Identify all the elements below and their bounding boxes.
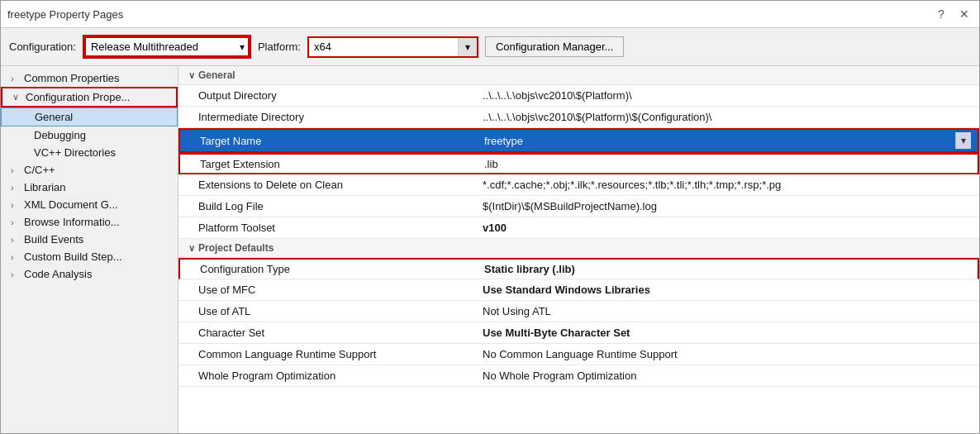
use-mfc-name: Use of MFC — [178, 281, 476, 298]
sidebar-item-label: VC++ Directories — [34, 146, 116, 159]
arrow-placeholder — [21, 131, 31, 141]
output-dir-value: ..\..\..\.\objs\vc2010\$(Platform)\ — [476, 87, 979, 104]
target-ext-row[interactable]: Target Extension .lib — [178, 153, 979, 174]
config-type-row[interactable]: Configuration Type Static library (.lib) — [178, 258, 979, 279]
arrow-icon: › — [11, 235, 21, 245]
platform-select-wrapper: ▾ — [307, 36, 478, 58]
sidebar-item-code-analysis[interactable]: › Code Analysis — [1, 265, 178, 283]
sidebar-item-label: Browse Informatio... — [24, 216, 120, 228]
use-mfc-value: Use Standard Windows Libraries — [476, 281, 979, 298]
clr-support-name: Common Language Runtime Support — [178, 346, 476, 363]
section-collapse-icon-2: ∨ — [188, 243, 195, 254]
target-name-input[interactable] — [484, 135, 955, 147]
intermediate-dir-value: ..\..\..\.\objs\vc2010\$(Platform)\$(Con… — [476, 108, 979, 126]
build-log-name: Build Log File — [178, 198, 476, 215]
window-title: freetype Property Pages — [7, 8, 123, 21]
platform-label: Platform: — [258, 41, 301, 53]
sidebar-item-label: C/C++ — [24, 164, 55, 176]
sidebar-item-debugging[interactable]: Debugging — [1, 126, 178, 144]
intermediate-dir-row[interactable]: Intermediate Directory ..\..\..\.\objs\v… — [178, 107, 979, 128]
wpo-name: Whole Program Optimization — [178, 367, 476, 384]
config-type-name: Configuration Type — [180, 260, 478, 278]
expand-icon: ∨ — [12, 92, 22, 103]
arrow-icon: › — [11, 200, 21, 210]
char-set-value: Use Multi-Byte Character Set — [476, 324, 979, 341]
sidebar-item-common-props[interactable]: › Common Properties — [1, 69, 178, 87]
ext-delete-name: Extensions to Delete on Clean — [178, 176, 476, 193]
sidebar-item-general[interactable]: General — [1, 107, 178, 126]
char-set-row[interactable]: Character Set Use Multi-Byte Character S… — [178, 322, 979, 344]
sidebar-item-label: Configuration Prope... — [26, 91, 130, 103]
config-label: Configuration: — [9, 41, 76, 53]
title-bar: freetype Property Pages ? ✕ — [1, 1, 979, 28]
platform-toolset-row[interactable]: Platform Toolset v100 — [178, 217, 979, 239]
clr-support-row[interactable]: Common Language Runtime Support No Commo… — [178, 344, 979, 365]
platform-toolset-name: Platform Toolset — [178, 219, 476, 236]
sidebar: › Common Properties ∨ Configuration Prop… — [1, 66, 178, 433]
target-name-dropdown-btn[interactable]: ▾ — [955, 132, 971, 149]
sidebar-item-label: Librarian — [24, 181, 66, 193]
arrow-icon: › — [11, 252, 21, 262]
sidebar-item-label: Code Analysis — [24, 268, 92, 280]
target-name-row[interactable]: Target Name ▾ — [178, 128, 979, 153]
help-button[interactable]: ? — [933, 6, 949, 22]
use-atl-name: Use of ATL — [178, 303, 476, 320]
content-panel: ∨ General Output Directory ..\..\..\.\ob… — [178, 66, 979, 433]
main-content: › Common Properties ∨ Configuration Prop… — [1, 66, 979, 433]
sidebar-item-label: Build Events — [24, 233, 83, 246]
build-log-row[interactable]: Build Log File $(IntDir)\$(MSBuildProjec… — [178, 196, 979, 217]
config-type-value: Static library (.lib) — [478, 260, 978, 278]
sidebar-item-cpp[interactable]: › C/C++ — [1, 161, 178, 179]
close-button[interactable]: ✕ — [956, 6, 973, 22]
arrow-icon: › — [11, 217, 21, 227]
use-mfc-row[interactable]: Use of MFC Use Standard Windows Librarie… — [178, 279, 979, 301]
sidebar-item-xml-doc[interactable]: › XML Document G... — [1, 196, 178, 213]
sidebar-item-vcpp-dirs[interactable]: VC++ Directories — [1, 144, 178, 161]
use-atl-value: Not Using ATL — [476, 303, 979, 320]
target-ext-label: Target Extension — [180, 155, 478, 173]
platform-input[interactable] — [309, 38, 458, 55]
general-section-header: ∨ General — [178, 66, 979, 85]
sidebar-item-label: Debugging — [34, 129, 86, 141]
section-label: General — [198, 69, 235, 81]
arrow-placeholder — [21, 148, 31, 158]
arrow-icon: › — [11, 183, 21, 193]
output-dir-row[interactable]: Output Directory ..\..\..\.\objs\vc2010\… — [178, 85, 979, 107]
configuration-select-wrapper[interactable]: Release Multithreaded — [83, 35, 251, 59]
arrow-icon: › — [11, 165, 21, 175]
sidebar-item-librarian[interactable]: › Librarian — [1, 179, 178, 196]
config-manager-button[interactable]: Configuration Manager... — [485, 36, 624, 57]
target-ext-value: .lib — [478, 155, 978, 173]
configuration-select[interactable]: Release Multithreaded — [84, 36, 250, 57]
char-set-name: Character Set — [178, 324, 476, 341]
build-log-value: $(IntDir)\$(MSBuildProjectName).log — [476, 198, 979, 215]
sidebar-item-config-props[interactable]: ∨ Configuration Prope... — [1, 87, 178, 107]
config-bar: Configuration: Release Multithreaded Pla… — [1, 28, 979, 66]
ext-delete-row[interactable]: Extensions to Delete on Clean *.cdf;*.ca… — [178, 174, 979, 196]
sidebar-item-label: Custom Build Step... — [24, 250, 122, 263]
sidebar-item-custom-build[interactable]: › Custom Build Step... — [1, 248, 178, 265]
use-atl-row[interactable]: Use of ATL Not Using ATL — [178, 301, 979, 322]
section-collapse-icon: ∨ — [188, 70, 195, 81]
sidebar-item-label: XML Document G... — [24, 198, 118, 211]
main-window: freetype Property Pages ? ✕ Configuratio… — [0, 0, 980, 434]
sidebar-item-label: Common Properties — [24, 72, 120, 84]
sidebar-item-build-events[interactable]: › Build Events — [1, 231, 178, 248]
target-name-value: ▾ — [478, 130, 978, 151]
wpo-row[interactable]: Whole Program Optimization No Whole Prog… — [178, 365, 979, 387]
target-name-label: Target Name — [180, 132, 478, 150]
section-label-2: Project Defaults — [198, 242, 274, 254]
clr-support-value: No Common Language Runtime Support — [476, 346, 979, 363]
arrow-placeholder — [21, 112, 31, 122]
platform-dropdown-btn[interactable]: ▾ — [458, 38, 477, 56]
intermediate-dir-name: Intermediate Directory — [178, 108, 476, 126]
wpo-value: No Whole Program Optimization — [476, 367, 979, 384]
sidebar-item-browse-info[interactable]: › Browse Informatio... — [1, 213, 178, 231]
arrow-icon: › — [11, 269, 21, 279]
project-defaults-section-header: ∨ Project Defaults — [178, 239, 979, 258]
output-dir-name: Output Directory — [178, 87, 476, 104]
arrow-icon: › — [11, 74, 21, 83]
sidebar-item-label: General — [35, 111, 73, 123]
platform-toolset-value: v100 — [476, 219, 979, 236]
title-bar-controls: ? ✕ — [933, 6, 973, 22]
